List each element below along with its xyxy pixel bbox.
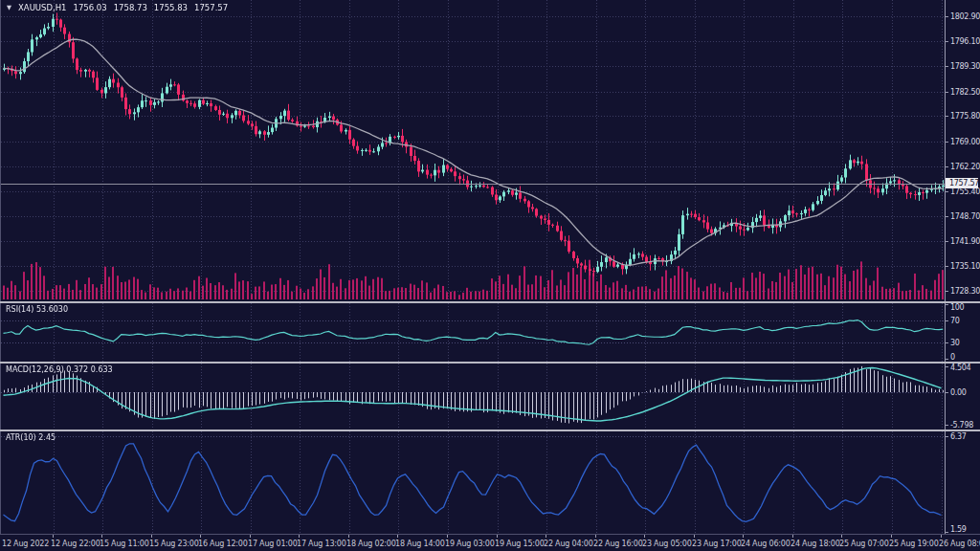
price-tick-label: 1796.10 bbox=[950, 37, 980, 46]
price-axis[interactable]: 1802.901796.101789.301782.501775.801769.… bbox=[946, 0, 978, 301]
price-tick bbox=[946, 92, 948, 93]
atr-label: ATR(10) 2.45 bbox=[6, 433, 56, 442]
price-tick-label: 1802.90 bbox=[950, 12, 980, 21]
time-tick bbox=[743, 535, 744, 538]
time-label: 12 Aug 2022 bbox=[2, 540, 49, 548]
time-label: 16 Aug 12:00 bbox=[198, 540, 248, 548]
time-label: 25 Aug 19:00 bbox=[889, 540, 939, 548]
macd-axis[interactable]: 4.5040.00-5.798 bbox=[946, 364, 978, 430]
symbol-dropdown-icon[interactable]: ▼ bbox=[7, 4, 11, 11]
macd-tick bbox=[946, 366, 948, 367]
price-tick-label: 1728.30 bbox=[950, 287, 980, 296]
chart-window: ▼ XAUUSD,H1 1756.03 1758.73 1755.83 1757… bbox=[0, 0, 980, 551]
time-label: 18 Aug 14:00 bbox=[395, 540, 445, 548]
macd-tick-label: -5.798 bbox=[950, 421, 973, 430]
time-label: 24 Aug 06:00 bbox=[741, 540, 791, 548]
macd-tick-label: 4.504 bbox=[950, 364, 970, 372]
time-tick bbox=[891, 535, 892, 538]
ohlc-high: 1758.73 bbox=[114, 3, 147, 12]
macd-tick bbox=[946, 392, 948, 393]
price-tick-label: 1741.90 bbox=[950, 237, 980, 246]
time-tick bbox=[447, 535, 448, 538]
atr-tick-label: 6.37 bbox=[950, 432, 967, 441]
price-tick-label: 1769.00 bbox=[950, 138, 980, 146]
atr-tick-label: 1.59 bbox=[950, 525, 967, 534]
time-tick bbox=[397, 535, 398, 538]
time-label: 17 Aug 01:00 bbox=[248, 540, 298, 548]
price-tick bbox=[946, 41, 948, 42]
time-tick bbox=[595, 535, 596, 538]
candlestick-canvas[interactable] bbox=[1, 0, 945, 301]
time-tick bbox=[348, 535, 349, 538]
time-label: 15 Aug 23:00 bbox=[149, 540, 199, 548]
rsi-tick bbox=[946, 320, 948, 321]
rsi-tick-label: 30 bbox=[950, 339, 960, 347]
price-tick bbox=[946, 191, 948, 192]
ohlc-open: 1756.03 bbox=[74, 3, 107, 12]
time-tick bbox=[644, 535, 645, 538]
price-tick-label: 1782.50 bbox=[950, 88, 980, 97]
atr-pane: ATR(10) 2.45 6.371.59 bbox=[0, 431, 980, 534]
time-label: 17 Aug 13:00 bbox=[297, 540, 346, 548]
time-tick bbox=[792, 535, 793, 538]
macd-pane: MACD(12,26,9) 0.372 0.633 4.5040.00-5.79… bbox=[0, 364, 980, 430]
macd-label: MACD(12,26,9) 0.372 0.633 bbox=[6, 365, 113, 374]
price-tick bbox=[946, 142, 948, 143]
time-tick bbox=[101, 535, 102, 538]
rsi-tick bbox=[946, 342, 948, 343]
symbol-name: XAUUSD,H1 bbox=[18, 3, 67, 12]
rsi-tick-label: 100 bbox=[950, 303, 964, 312]
macd-canvas[interactable] bbox=[1, 364, 945, 430]
time-label: 19 Aug 15:00 bbox=[495, 540, 545, 548]
atr-plot-area: ATR(10) 2.45 bbox=[0, 431, 946, 534]
time-tick bbox=[151, 535, 152, 538]
time-tick bbox=[299, 535, 300, 538]
price-tick bbox=[946, 66, 948, 67]
time-label: 22 Aug 04:00 bbox=[544, 540, 593, 548]
main-plot-area: ▼ XAUUSD,H1 1756.03 1758.73 1755.83 1757… bbox=[0, 0, 946, 301]
macd-tick bbox=[946, 425, 948, 426]
price-tick bbox=[946, 166, 948, 167]
price-tick-label: 1735.10 bbox=[950, 262, 980, 271]
ohlc-close: 1757.57 bbox=[194, 3, 228, 12]
time-label: 22 Aug 16:00 bbox=[593, 540, 643, 548]
rsi-label: RSI(14) 53.6030 bbox=[6, 305, 68, 314]
price-tick-label: 1748.70 bbox=[950, 212, 980, 221]
time-label: 15 Aug 11:00 bbox=[100, 540, 149, 548]
price-tick bbox=[946, 16, 948, 17]
rsi-plot-area: RSI(14) 53.6030 bbox=[0, 303, 946, 362]
atr-tick bbox=[946, 436, 948, 437]
rsi-pane: RSI(14) 53.6030 10070300 bbox=[0, 303, 980, 362]
time-label: 12 Aug 22:00 bbox=[51, 540, 100, 548]
rsi-tick bbox=[946, 304, 948, 305]
time-axis[interactable]: 12 Aug 202212 Aug 22:0015 Aug 11:0015 Au… bbox=[0, 534, 980, 551]
price-tick bbox=[946, 241, 948, 242]
rsi-tick bbox=[946, 359, 948, 360]
price-tick-label: 1755.40 bbox=[950, 187, 980, 196]
time-tick bbox=[497, 535, 498, 538]
rsi-canvas[interactable] bbox=[1, 303, 945, 362]
rsi-tick-label: 0 bbox=[950, 353, 955, 362]
time-label: 26 Aug 08:00 bbox=[939, 540, 980, 548]
ohlc-low: 1755.83 bbox=[154, 3, 188, 12]
time-label: 23 Aug 05:00 bbox=[642, 540, 692, 548]
main-chart-pane: ▼ XAUUSD,H1 1756.03 1758.73 1755.83 1757… bbox=[0, 0, 980, 301]
time-label: 24 Aug 18:00 bbox=[791, 540, 840, 548]
price-tick-label: 1762.20 bbox=[950, 163, 980, 171]
current-price-tag: 1757.57 bbox=[946, 178, 978, 188]
time-tick bbox=[941, 535, 942, 538]
symbol-info-bar: ▼ XAUUSD,H1 1756.03 1758.73 1755.83 1757… bbox=[7, 3, 228, 12]
time-tick bbox=[53, 535, 54, 538]
atr-axis[interactable]: 6.371.59 bbox=[946, 431, 978, 534]
price-tick bbox=[946, 216, 948, 217]
price-tick bbox=[946, 266, 948, 267]
atr-canvas[interactable] bbox=[1, 431, 945, 534]
price-tick bbox=[946, 291, 948, 292]
rsi-axis[interactable]: 10070300 bbox=[946, 303, 978, 362]
price-tick-label: 1789.30 bbox=[950, 62, 980, 71]
time-label: 18 Aug 02:00 bbox=[346, 540, 396, 548]
macd-plot-area: MACD(12,26,9) 0.372 0.633 bbox=[0, 364, 946, 430]
time-tick bbox=[200, 535, 201, 538]
rsi-tick-label: 70 bbox=[950, 317, 960, 325]
atr-tick bbox=[946, 532, 948, 533]
